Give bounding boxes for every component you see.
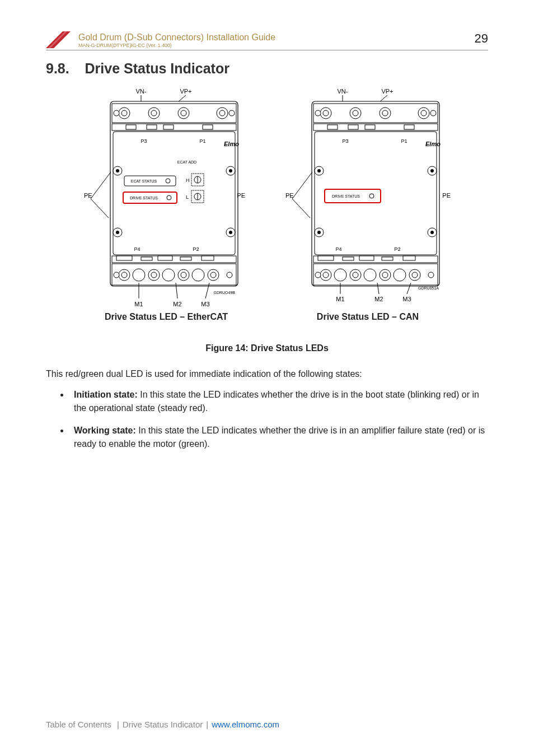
footer-url-link[interactable]: www.elmomc.com: [212, 720, 279, 729]
svg-rect-44: [141, 257, 152, 260]
svg-point-52: [151, 272, 157, 278]
label-ecat-add: ECAT ADD: [177, 160, 196, 164]
intro-text: This red/green dual LED is used for imme…: [46, 368, 488, 380]
svg-rect-81: [348, 125, 358, 129]
svg-point-88: [317, 169, 321, 172]
svg-line-21: [91, 199, 109, 218]
label-p1-r: P1: [401, 138, 407, 144]
svg-point-90: [430, 169, 434, 172]
label-elmo-r: Elmo: [425, 141, 441, 147]
svg-point-78: [430, 110, 436, 116]
svg-rect-98: [318, 256, 334, 260]
svg-point-14: [114, 110, 119, 116]
page-number: 29: [475, 31, 488, 46]
label-drive-status: DRIVE STATUS: [130, 196, 158, 200]
svg-point-74: [382, 110, 388, 116]
page-footer: Table of Contents |Drive Status Indicato…: [46, 720, 488, 729]
svg-point-113: [364, 269, 376, 281]
svg-point-54: [181, 272, 186, 278]
label-p4-r: P4: [335, 246, 341, 252]
svg-point-96: [369, 194, 374, 198]
svg-line-85: [292, 172, 312, 199]
section-heading: 9.8. Drive Status Indicator: [46, 60, 488, 77]
svg-rect-46: [180, 257, 191, 260]
label-m3-r: M3: [402, 296, 411, 302]
svg-point-41: [167, 195, 171, 200]
svg-point-25: [116, 169, 119, 172]
svg-rect-99: [343, 257, 354, 260]
svg-rect-100: [359, 256, 374, 260]
svg-rect-45: [158, 256, 172, 260]
footer-toc[interactable]: Table of Contents: [46, 720, 111, 729]
svg-point-7: [121, 110, 127, 116]
figure-main-caption: Figure 14: Drive Status LEDs: [46, 343, 488, 353]
label-pe-left: PE: [84, 192, 92, 199]
svg-point-60: [114, 272, 119, 278]
label-vp-plus-r: VP+: [381, 88, 393, 95]
svg-point-70: [323, 110, 329, 116]
label-m1: M1: [134, 301, 143, 307]
svg-rect-43: [116, 256, 132, 260]
svg-rect-18: [147, 125, 157, 129]
label-vn-minus-r: VN-: [338, 88, 348, 95]
svg-point-59: [192, 269, 204, 281]
svg-point-116: [428, 272, 434, 278]
doc-id: MAN-G-DRUM(DTYPE)IG-EC (Ver. 1.400): [78, 43, 460, 48]
figure-row: VN- VP+: [46, 87, 488, 322]
svg-point-56: [210, 272, 216, 278]
svg-rect-80: [327, 125, 338, 129]
label-pe-left-r: PE: [285, 192, 294, 199]
svg-rect-17: [126, 125, 136, 129]
elmo-logo-icon: [46, 31, 71, 48]
label-pe-right: PE: [237, 192, 245, 199]
svg-point-13: [219, 110, 225, 116]
footer-separator: |: [203, 720, 212, 729]
svg-marker-1: [48, 31, 67, 48]
header-text-block: Gold Drum (D-Sub Connectors) Installatio…: [78, 32, 460, 48]
label-vn-minus: VN-: [136, 88, 147, 95]
svg-point-9: [151, 110, 157, 116]
section-number: 9.8.: [46, 60, 69, 76]
svg-point-27: [229, 169, 232, 172]
svg-line-84: [292, 199, 310, 218]
figure-right-column: VN- VP+ PE: [281, 87, 455, 322]
svg-rect-102: [403, 256, 415, 260]
label-m3: M3: [201, 301, 209, 307]
page-root: Gold Drum (D-Sub Connectors) Installatio…: [0, 0, 534, 756]
label-p2: P2: [193, 246, 199, 252]
svg-rect-20: [203, 125, 213, 129]
label-elmo: Elmo: [224, 141, 239, 147]
svg-point-29: [116, 231, 119, 234]
bullet-list: Initiation state: In this state the LED …: [69, 388, 488, 451]
bullet-lead: Initiation state:: [74, 390, 138, 399]
svg-point-11: [181, 110, 186, 116]
footer-crumb: Drive Status Indicator: [123, 720, 203, 729]
label-gdru-right: GDRU051A: [418, 286, 439, 290]
diagram-can: VN- VP+ PE: [281, 87, 455, 310]
svg-point-109: [382, 272, 388, 278]
page-header: Gold Drum (D-Sub Connectors) Installatio…: [46, 31, 488, 50]
svg-point-92: [317, 231, 321, 234]
section-title: Drive Status Indicator: [85, 60, 229, 76]
svg-point-15: [229, 110, 235, 116]
svg-point-112: [334, 269, 346, 281]
svg-rect-83: [404, 125, 414, 129]
label-m2: M2: [173, 301, 181, 307]
svg-point-31: [229, 231, 232, 234]
svg-line-22: [91, 172, 111, 199]
label-l: L: [186, 194, 189, 200]
label-p3-r: P3: [342, 138, 348, 144]
bullet-item: Initiation state: In this state the LED …: [69, 388, 488, 415]
label-gdru-left: GDRUO49B: [213, 291, 235, 295]
label-drive-status-r: DRIVE STATUS: [332, 194, 360, 198]
svg-rect-101: [382, 257, 393, 260]
svg-point-94: [430, 231, 434, 234]
label-p4: P4: [134, 246, 140, 252]
label-h: H: [186, 178, 190, 183]
svg-point-107: [353, 272, 358, 278]
label-pe-right-r: PE: [442, 192, 451, 199]
figure-left-column: VN- VP+: [79, 87, 253, 322]
figure-left-caption: Drive Status LED – EtherCAT: [105, 312, 228, 322]
svg-rect-82: [365, 125, 375, 129]
svg-rect-19: [163, 125, 174, 129]
